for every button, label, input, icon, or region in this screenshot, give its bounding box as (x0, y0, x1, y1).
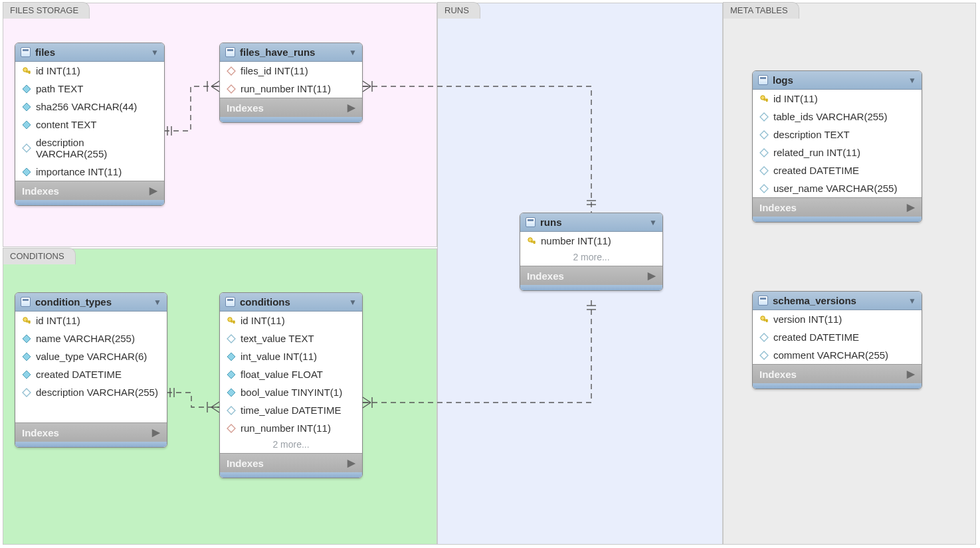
diamond-icon (759, 333, 769, 342)
column-label: created DATETIME (36, 369, 122, 380)
chevron-down-icon[interactable] (908, 76, 916, 85)
column-row[interactable]: version INT(11) (753, 310, 922, 328)
indexes-section[interactable]: Indexes (520, 266, 662, 285)
column-row[interactable]: importance INT(11) (15, 163, 164, 181)
column-row[interactable]: table_ids VARCHAR(255) (753, 108, 922, 126)
column-row[interactable]: created DATETIME (753, 328, 922, 346)
diamond-icon (759, 148, 769, 157)
key-icon (759, 315, 769, 324)
more-columns[interactable]: 2 more... (220, 437, 362, 453)
column-row[interactable]: user_name VARCHAR(255) (753, 179, 922, 197)
table-header[interactable]: runs (520, 213, 662, 232)
column-label: table_ids VARCHAR(255) (773, 111, 887, 122)
indexes-section[interactable]: Indexes (753, 364, 922, 383)
indexes-section[interactable]: Indexes (15, 422, 167, 442)
table-header[interactable]: condition_types (15, 293, 167, 312)
indexes-section[interactable]: Indexes (15, 181, 164, 200)
column-row[interactable]: created DATETIME (753, 161, 922, 179)
table-columns: id INT(11)table_ids VARCHAR(255)descript… (753, 90, 922, 197)
table-files-have-runs[interactable]: files_have_runs files_id INT(11)run_numb… (219, 43, 363, 123)
column-row[interactable]: float_value FLOAT (220, 365, 362, 383)
column-row[interactable]: description TEXT (753, 126, 922, 143)
key-icon (759, 94, 769, 104)
chevron-right-icon (347, 102, 355, 114)
key-icon (527, 236, 536, 246)
table-runs[interactable]: runs number INT(11) 2 more... Indexes (520, 213, 663, 291)
column-row[interactable]: created DATETIME (15, 365, 167, 383)
column-row[interactable]: content TEXT (15, 116, 164, 134)
column-row[interactable]: id INT(11) (753, 90, 922, 108)
table-schema-versions[interactable]: schema_versions version INT(11)created D… (752, 291, 922, 389)
column-row[interactable]: number INT(11) (520, 232, 662, 250)
chevron-right-icon (648, 270, 656, 282)
diamond-icon (22, 370, 31, 379)
table-logs[interactable]: logs id INT(11)table_ids VARCHAR(255)des… (752, 70, 922, 223)
chevron-down-icon[interactable] (908, 296, 916, 306)
table-icon (526, 217, 536, 227)
diamond-icon (227, 388, 236, 397)
column-row[interactable]: time_value DATETIME (220, 401, 362, 419)
table-header[interactable]: files (15, 43, 164, 62)
table-conditions[interactable]: conditions id INT(11)text_value TEXTint_… (219, 292, 363, 478)
column-row[interactable]: value_type VARCHAR(6) (15, 347, 167, 365)
column-label: files_id INT(11) (241, 65, 308, 76)
table-columns: id INT(11)path TEXTsha256 VARCHAR(44)con… (15, 62, 164, 181)
table-title: files_have_runs (240, 46, 315, 58)
table-footer (15, 442, 167, 447)
column-row[interactable]: id INT(11) (15, 62, 164, 80)
column-label: sha256 VARCHAR(44) (36, 101, 137, 112)
diamond-icon (227, 84, 236, 94)
column-label: float_value FLOAT (241, 369, 323, 380)
column-row[interactable]: bool_value TINYINT(1) (220, 383, 362, 401)
diamond-icon (759, 184, 769, 193)
diamond-icon (227, 370, 236, 379)
key-icon (22, 316, 31, 325)
column-row[interactable]: run_number INT(11) (220, 80, 362, 98)
column-row[interactable]: comment VARCHAR(255) (753, 346, 922, 364)
table-title: runs (540, 217, 562, 228)
svg-rect-41 (767, 320, 768, 321)
table-icon (21, 47, 31, 57)
column-row[interactable]: path TEXT (15, 80, 164, 98)
column-row[interactable]: int_value INT(11) (220, 347, 362, 365)
column-row[interactable]: description VARCHAR(255) (15, 383, 167, 401)
table-icon (21, 297, 31, 307)
column-row[interactable]: description VARCHAR(255) (15, 134, 164, 163)
column-row[interactable]: name VARCHAR(255) (15, 329, 167, 347)
column-label: id INT(11) (773, 93, 818, 104)
indexes-section[interactable]: Indexes (753, 197, 922, 217)
diamond-icon (22, 84, 31, 94)
chevron-right-icon (907, 368, 915, 380)
table-header[interactable]: schema_versions (753, 292, 922, 310)
chevron-down-icon[interactable] (349, 48, 357, 57)
table-columns: files_id INT(11)run_number INT(11) (220, 62, 362, 98)
column-label: time_value DATETIME (241, 405, 341, 416)
chevron-down-icon[interactable] (153, 298, 161, 307)
column-row[interactable]: id INT(11) (220, 312, 362, 329)
column-label: description TEXT (773, 129, 850, 140)
table-header[interactable]: conditions (220, 293, 362, 312)
indexes-section[interactable]: Indexes (220, 98, 362, 117)
indexes-section[interactable]: Indexes (220, 453, 362, 472)
table-title: schema_versions (773, 295, 856, 306)
table-files[interactable]: files id INT(11)path TEXTsha256 VARCHAR(… (15, 43, 165, 206)
more-columns[interactable]: 2 more... (520, 250, 662, 266)
table-condition-types[interactable]: condition_types id INT(11)name VARCHAR(2… (15, 292, 167, 448)
column-row[interactable]: text_value TEXT (220, 329, 362, 347)
table-header[interactable]: files_have_runs (220, 43, 362, 62)
chevron-right-icon (152, 426, 160, 438)
chevron-down-icon[interactable] (349, 298, 357, 307)
chevron-down-icon[interactable] (151, 48, 159, 57)
column-row[interactable]: related_run INT(11) (753, 143, 922, 161)
column-row[interactable]: id INT(11) (15, 312, 167, 329)
table-icon (225, 47, 235, 57)
diamond-icon (22, 388, 31, 397)
column-label: number INT(11) (541, 235, 611, 246)
column-row[interactable]: run_number INT(11) (220, 419, 362, 437)
table-columns: id INT(11)name VARCHAR(255)value_type VA… (15, 312, 167, 401)
table-header[interactable]: logs (753, 71, 922, 90)
column-row[interactable]: files_id INT(11) (220, 62, 362, 80)
table-icon (758, 75, 768, 85)
chevron-down-icon[interactable] (649, 218, 657, 227)
column-row[interactable]: sha256 VARCHAR(44) (15, 98, 164, 116)
